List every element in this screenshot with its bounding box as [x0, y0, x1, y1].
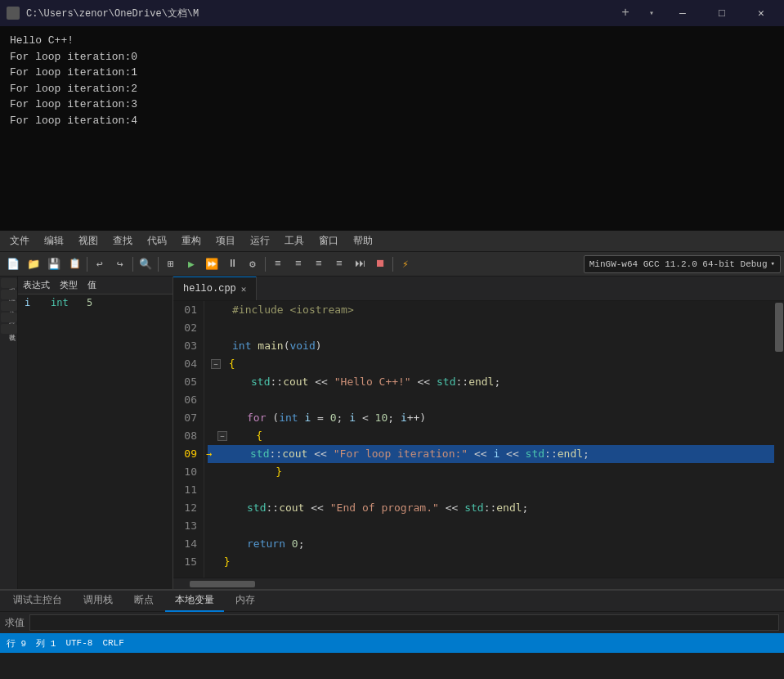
watch-col-val: 值	[87, 279, 96, 291]
menu-code[interactable]: 代码	[141, 232, 173, 250]
menu-window[interactable]: 窗口	[312, 232, 345, 250]
ln-09: 09	[178, 445, 197, 463]
code-content[interactable]: #include <iostream> int main(void) − {	[204, 301, 774, 578]
debug-tab-console[interactable]: 调试主控台	[3, 591, 72, 612]
debug-tabs-bar: 调试主控台 调用栈 断点 本地变量 内存	[0, 591, 784, 612]
sidebar-tab-struct[interactable]: 结构	[1, 301, 17, 311]
editor-tab-hello[interactable]: hello.cpp ✕	[173, 277, 257, 300]
kw-void: void	[289, 337, 315, 355]
tb-sep3	[158, 257, 159, 272]
code-line-1: #include <iostream>	[208, 301, 774, 319]
menu-run[interactable]: 运行	[244, 232, 276, 250]
watch-col-expr: 表达式	[23, 279, 50, 291]
sidebar-tab-debug[interactable]: 调试	[1, 290, 17, 299]
debug-eval-label: 求值	[5, 616, 25, 630]
terminal-line-5: For loop iteration:4	[10, 113, 774, 129]
menu-tools[interactable]: 工具	[278, 232, 311, 250]
tb-stepin[interactable]: ⏭	[350, 254, 370, 274]
code-line-4: − {	[208, 355, 774, 373]
menu-edit[interactable]: 编辑	[38, 232, 70, 250]
tab-filename: hello.cpp	[183, 283, 236, 295]
menu-project[interactable]: 项目	[209, 232, 242, 250]
menu-refactor[interactable]: 重构	[175, 232, 208, 250]
terminal-title-bar: C:\Users\zenor\OneDrive\文档\M + ▾ — □ ✕	[0, 0, 784, 26]
debug-tab-breakpoints[interactable]: 断点	[124, 591, 164, 612]
tb-save[interactable]: 💾	[44, 254, 64, 274]
tb-play[interactable]: ▶	[181, 254, 201, 274]
menu-file[interactable]: 文件	[3, 232, 36, 250]
compiler-selector[interactable]: MinGW-w64 GCC 11.2.0 64-bit Debug ▾	[584, 255, 781, 273]
tb-undo[interactable]: ↩	[90, 254, 110, 274]
menu-find[interactable]: 查找	[106, 232, 139, 250]
scrollbar-vertical[interactable]	[774, 301, 784, 578]
ln-01: 01	[178, 301, 197, 319]
code-line-11	[208, 481, 774, 499]
terminal-window: C:\Users\zenor\OneDrive\文档\M + ▾ — □ ✕ H…	[0, 0, 784, 205]
tb-sep5	[392, 257, 393, 272]
ln-04: 04	[178, 355, 197, 373]
tb-open[interactable]: 📁	[24, 254, 43, 274]
code-line-14: return 0;	[208, 535, 774, 553]
terminal-line-3: For loop iteration:2	[10, 81, 774, 97]
tab-close-icon[interactable]: ✕	[241, 284, 247, 295]
debug-tab-callstack[interactable]: 调用栈	[74, 591, 123, 612]
code-line-13	[208, 517, 774, 535]
ln-02: 02	[178, 319, 197, 337]
compiler-dropdown-icon: ▾	[771, 259, 775, 268]
terminal-output: Hello C++! For loop iteration:0 For loop…	[0, 26, 784, 231]
tb-saveall[interactable]: 📋	[65, 254, 84, 274]
tb-sep2	[132, 257, 133, 272]
tb-settings[interactable]: ⚙	[243, 254, 262, 274]
tb-redo[interactable]: ↪	[110, 254, 130, 274]
terminal-maximize-btn[interactable]: □	[706, 2, 738, 25]
tb-debug2[interactable]: ≡	[289, 254, 308, 274]
ln-06: 06	[178, 391, 197, 409]
fn-main: main	[258, 337, 283, 355]
tb-pause[interactable]: ⏸	[222, 254, 242, 274]
debug-tab-memory[interactable]: 内存	[226, 591, 265, 612]
ide-content: 观察 调试 结构 社区 试卷 表达式 类型 值 i int 5	[0, 277, 784, 589]
menu-view[interactable]: 视图	[72, 232, 105, 250]
tb-layout[interactable]: ⊞	[161, 254, 181, 274]
scrollbar-horizontal[interactable]	[173, 578, 784, 589]
status-bar: 行 9 列 1 UTF-8 CRLF	[0, 633, 784, 653]
tb-debug3[interactable]: ≡	[309, 254, 329, 274]
terminal-tab-dropdown[interactable]: ▾	[643, 2, 660, 25]
tb-search[interactable]: 🔍	[136, 254, 155, 274]
terminal-title-icon	[7, 7, 20, 20]
menu-bar: 文件 编辑 视图 查找 代码 重构 项目 运行 工具 窗口 帮助	[0, 231, 784, 252]
tb-connect[interactable]: ⚡	[396, 254, 415, 274]
debug-eval-input[interactable]	[29, 614, 779, 631]
menu-help[interactable]: 帮助	[347, 232, 379, 250]
debug-tab-locals[interactable]: 本地变量	[165, 591, 224, 612]
status-item-1: 行 9	[7, 637, 26, 650]
terminal-tab-add[interactable]: +	[614, 2, 637, 25]
left-sidebar: 观察 调试 结构 社区 试卷	[0, 277, 18, 589]
tb-debug4[interactable]: ≡	[329, 254, 349, 274]
ln-11: 11	[178, 481, 197, 499]
op-paren2: )	[316, 337, 322, 355]
ln-08: 08	[178, 427, 197, 445]
tb-playall[interactable]: ⏩	[202, 254, 222, 274]
code-line-8: − {	[208, 427, 774, 445]
terminal-close-btn[interactable]: ✕	[745, 2, 777, 25]
tb-sep1	[87, 257, 87, 272]
editor-area: hello.cpp ✕ 01 02 03 04 05 06 07 08 09 1…	[173, 277, 784, 589]
sidebar-tab-community[interactable]: 社区	[1, 313, 17, 322]
sidebar-tab-exam[interactable]: 试卷	[1, 324, 17, 334]
collapse-btn-8[interactable]: −	[217, 431, 227, 441]
watch-var-value: 5	[87, 297, 92, 308]
collapse-btn-4[interactable]: −	[211, 359, 221, 369]
tb-stop[interactable]: ⏹	[370, 254, 390, 274]
terminal-minimize-btn[interactable]: —	[666, 2, 699, 25]
ln-15: 15	[178, 553, 197, 571]
tb-debug1[interactable]: ≡	[268, 254, 288, 274]
terminal-title-text: C:\Users\zenor\OneDrive\文档\M	[26, 7, 607, 20]
code-line-5: std::cout << "Hello C++!" << std::endl;	[208, 373, 774, 391]
status-item-2: 列 1	[36, 637, 56, 650]
line-numbers: 01 02 03 04 05 06 07 08 09 10 11 12 13 1…	[173, 301, 204, 578]
tb-new[interactable]: 📄	[3, 254, 23, 274]
code-line-3: int main(void)	[208, 337, 774, 355]
ln-14: 14	[178, 535, 197, 553]
sidebar-tab-watch[interactable]: 观察	[1, 278, 17, 288]
